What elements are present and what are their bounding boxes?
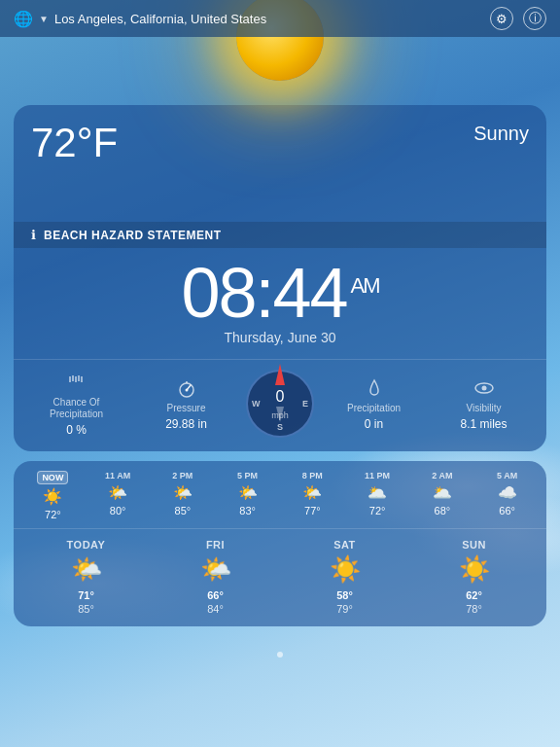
daily-low: 58°	[336, 589, 353, 601]
settings-button[interactable]: ⚙	[490, 7, 513, 30]
daily-day: SAT	[333, 539, 356, 551]
rain-icon	[364, 376, 385, 400]
hourly-icon: 🌤️	[108, 483, 127, 502]
daily-temps: 58°79°	[336, 588, 353, 617]
hourly-temp: 77°	[304, 505, 321, 516]
visibility-icon	[473, 376, 495, 400]
hourly-time: 5 PM	[237, 471, 258, 480]
visibility-value: 8.1 miles	[460, 417, 507, 431]
daily-day: SUN	[462, 539, 486, 551]
hourly-time: NOW	[37, 471, 68, 484]
hourly-icon: 🌤️	[173, 483, 192, 502]
svg-point-7	[185, 389, 188, 392]
daily-day: TODAY	[67, 539, 106, 551]
time-section: 08:44AM Thursday, June 30	[14, 248, 546, 359]
hourly-item: 5 PM🌤️83°	[216, 471, 279, 520]
daily-temps: 62°78°	[466, 588, 482, 617]
date-display: Thursday, June 30	[23, 330, 537, 345]
daily-day: FRI	[206, 539, 225, 551]
alert-text: BEACH HAZARD STATEMENT	[44, 229, 222, 242]
precipitation-value: 0 %	[66, 423, 87, 437]
hourly-temp: 80°	[110, 505, 126, 516]
hourly-temp: 72°	[45, 509, 61, 520]
compass-circle: W E S 0 mph	[246, 370, 314, 438]
temperature-display: 72°F	[31, 123, 529, 163]
daily-icon: 🌤️	[71, 554, 102, 585]
info-button[interactable]: ⓘ	[523, 7, 546, 30]
daily-item: FRI🌤️66°84°	[151, 539, 280, 617]
daily-row: TODAY🌤️71°85°FRI🌤️66°84°SAT☀️58°79°SUN☀️…	[14, 529, 546, 626]
dropdown-arrow-icon: ▼	[39, 14, 49, 24]
alert-icon: ℹ	[31, 228, 36, 242]
card-top: 72°F Sunny	[14, 105, 546, 222]
hourly-item: 2 AM🌥️68°	[411, 471, 474, 520]
daily-high: 79°	[336, 603, 353, 615]
hourly-icon: ☀️	[43, 487, 62, 506]
compass-s-label: S	[277, 422, 283, 432]
hourly-time: 8 PM	[302, 471, 323, 480]
compass-e-label: E	[302, 399, 308, 409]
hourly-time: 11 AM	[105, 471, 130, 480]
wind-unit: mph	[271, 410, 289, 420]
page-indicator	[0, 640, 560, 669]
hourly-item: 11 AM🌤️80°	[87, 471, 150, 520]
pressure-label: Pressure	[166, 403, 205, 414]
time-value: 08:44	[181, 254, 346, 332]
daily-icon: 🌤️	[200, 554, 231, 585]
hourly-temp: 83°	[239, 505, 256, 516]
hourly-icon: 🌤️	[238, 483, 258, 502]
daily-low: 66°	[207, 589, 224, 601]
daily-temps: 66°84°	[207, 588, 224, 617]
pressure-value: 29.88 in	[165, 417, 207, 431]
hourly-item: 5 AM☁️66°	[475, 471, 539, 520]
daily-low: 62°	[466, 589, 482, 601]
hourly-icon: 🌥️	[433, 483, 452, 502]
precipitation-label: Chance Of Precipitation	[50, 397, 103, 420]
globe-icon: 🌐	[14, 10, 33, 28]
hourly-row: NOW☀️72°11 AM🌤️80°2 PM🌤️85°5 PM🌤️83°8 PM…	[14, 461, 546, 529]
hourly-time: 5 AM	[497, 471, 517, 480]
hourly-item: 8 PM🌤️77°	[281, 471, 344, 520]
location-label: Los Angeles, California, United States	[54, 12, 266, 26]
hourly-item: 11 PM🌥️72°	[346, 471, 409, 520]
header-left: 🌐 ▼ Los Angeles, California, United Stat…	[14, 10, 266, 28]
hourly-time: 11 PM	[365, 471, 390, 480]
hourly-item: NOW☀️72°	[21, 471, 85, 520]
hourly-temp: 68°	[435, 505, 451, 516]
pressure-icon	[176, 376, 197, 400]
hourly-item: 2 PM🌤️85°	[152, 471, 215, 520]
stats-row: Chance Of Precipitation 0 % Pressure 29.…	[14, 359, 546, 451]
precipitation-icon	[66, 371, 88, 394]
page-dot-1	[277, 652, 283, 658]
wind-stat: W E S 0 mph	[241, 370, 319, 438]
header: 🌐 ▼ Los Angeles, California, United Stat…	[0, 0, 560, 37]
daily-high: 85°	[78, 603, 94, 615]
main-weather-card: 72°F Sunny ℹ BEACH HAZARD STATEMENT 08:4…	[14, 105, 546, 451]
daily-item: SAT☀️58°79°	[280, 539, 409, 617]
compass: W E S 0 mph	[246, 370, 314, 438]
hourly-time: 2 PM	[172, 471, 192, 480]
daily-low: 71°	[78, 589, 94, 601]
daily-high: 84°	[207, 603, 224, 615]
daily-icon: ☀️	[330, 554, 361, 585]
daily-high: 78°	[466, 603, 482, 615]
visibility-label: Visibility	[467, 403, 502, 414]
hourly-icon: 🌥️	[368, 483, 387, 502]
time-display: 08:44AM	[23, 258, 537, 328]
svg-point-10	[481, 386, 486, 391]
hourly-temp: 72°	[369, 505, 386, 516]
forecast-card: NOW☀️72°11 AM🌤️80°2 PM🌤️85°5 PM🌤️83°8 PM…	[14, 461, 546, 626]
compass-w-label: W	[252, 399, 261, 409]
pressure-stat: Pressure 29.88 in	[131, 376, 241, 431]
hourly-temp: 66°	[499, 505, 515, 516]
condition-display: Sunny	[473, 123, 529, 145]
hourly-temp: 85°	[175, 505, 192, 516]
hourly-icon: 🌤️	[302, 483, 322, 502]
rain-stat: Precipitation 0 in	[319, 376, 429, 431]
alert-banner: ℹ BEACH HAZARD STATEMENT	[14, 222, 546, 248]
wind-speed: 0	[271, 389, 289, 405]
visibility-stat: Visibility 8.1 miles	[429, 376, 539, 431]
hourly-time: 2 AM	[432, 471, 452, 480]
hourly-icon: ☁️	[498, 483, 517, 502]
header-right: ⚙ ⓘ	[490, 7, 546, 30]
